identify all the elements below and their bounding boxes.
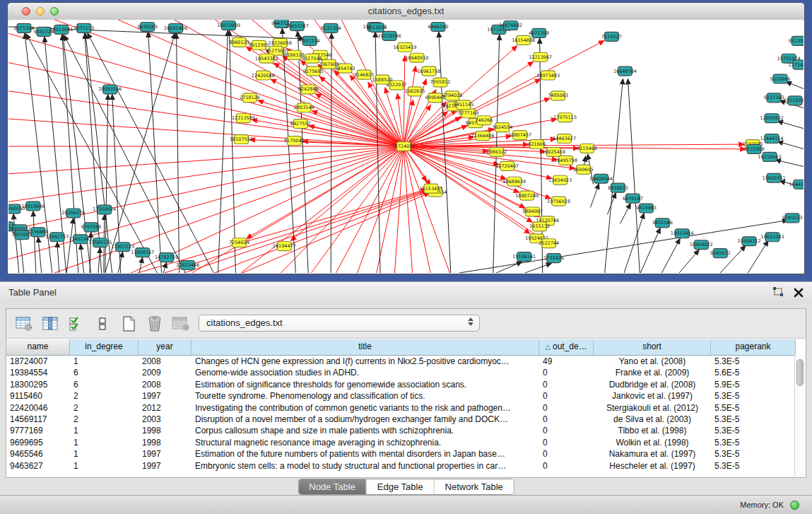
- select-column-icon[interactable]: [41, 315, 59, 333]
- table-row[interactable]: 946554611997Estimation of the future num…: [6, 448, 806, 460]
- table-cell[interactable]: 1: [70, 448, 139, 460]
- column-header-short[interactable]: short: [594, 339, 711, 355]
- tab-node-table[interactable]: Node Table: [298, 479, 367, 494]
- graph-node[interactable]: 4671398: [529, 28, 549, 37]
- graph-edge[interactable]: [404, 56, 405, 146]
- table-cell[interactable]: 2: [70, 402, 139, 414]
- graph-node[interactable]: 9175685: [303, 66, 324, 76]
- table-cell[interactable]: 1997: [139, 460, 192, 472]
- graph-node[interactable]: 9170041: [284, 136, 305, 146]
- graph-node[interactable]: 20206576: [61, 209, 85, 218]
- column-visibility-icon[interactable]: [67, 315, 86, 333]
- table-cell[interactable]: 9699695: [6, 437, 70, 448]
- table-cell[interactable]: Dudbridge et al. (2008): [594, 379, 711, 390]
- graph-node[interactable]: 2522744: [539, 239, 559, 248]
- table-cell[interactable]: 5.3E-5: [711, 414, 796, 425]
- table-cell[interactable]: Embryonic stem cells: a model to study s…: [192, 460, 539, 472]
- table-cell[interactable]: 6: [70, 379, 139, 390]
- graph-node[interactable]: 9245012: [710, 249, 731, 258]
- graph-node[interactable]: 10621043: [761, 233, 784, 242]
- graph-node[interactable]: 3915901: [12, 230, 33, 240]
- table-cell[interactable]: 5.3E-5: [711, 390, 796, 402]
- graph-node[interactable]: 7515527: [601, 32, 622, 41]
- graph-node[interactable]: 22420046: [252, 71, 275, 80]
- graph-edge[interactable]: [451, 220, 788, 273]
- graph-edge[interactable]: [88, 33, 215, 273]
- graph-node[interactable]: 9513954: [789, 36, 804, 45]
- graph-node[interactable]: 19756928: [547, 197, 570, 206]
- table-cell[interactable]: 1998: [139, 437, 192, 448]
- graph-node[interactable]: 8427552: [290, 119, 311, 129]
- graph-node[interactable]: 16961758: [417, 66, 440, 76]
- graph-edge[interactable]: [177, 33, 180, 273]
- graph-edge[interactable]: [229, 30, 235, 273]
- graph-node[interactable]: 18107554: [230, 135, 253, 144]
- graph-node[interactable]: 9884067: [522, 207, 543, 216]
- table-cell[interactable]: 0: [539, 390, 594, 402]
- graph-node[interactable]: 16325419: [394, 42, 417, 52]
- graph-node[interactable]: 2718126: [240, 93, 260, 103]
- table-cell[interactable]: Estimation of significance thresholds fo…: [192, 379, 539, 390]
- table-cell[interactable]: 1: [70, 425, 139, 436]
- close-panel-icon[interactable]: [794, 288, 804, 300]
- table-row[interactable]: 1938455462009Genome-wide association stu…: [6, 367, 806, 378]
- table-cell[interactable]: Disruption of a novel member of a sodium…: [192, 414, 539, 425]
- graph-node[interactable]: 20053346: [98, 85, 122, 94]
- graph-edge[interactable]: [138, 189, 427, 273]
- graph-node[interactable]: 10653287: [286, 21, 309, 30]
- table-cell[interactable]: 1: [70, 437, 139, 448]
- table-selector[interactable]: citations_edges.txt: [199, 315, 480, 332]
- graph-node[interactable]: 8960123: [229, 37, 249, 47]
- table-cell[interactable]: Estimation of the future numbers of pati…: [192, 448, 539, 460]
- graph-node[interactable]: 16154808: [512, 35, 535, 45]
- table-row[interactable]: 1456911722003Disruption of a novel membe…: [6, 414, 806, 425]
- table-cell[interactable]: 0: [539, 448, 594, 460]
- graph-node[interactable]: 6479197: [623, 194, 643, 203]
- close-window-button[interactable]: [22, 7, 30, 16]
- graph-node[interactable]: 18913456: [671, 229, 694, 238]
- table-cell[interactable]: 5.6E-5: [711, 367, 796, 378]
- graph-node[interactable]: 9451145: [453, 100, 473, 110]
- graph-node[interactable]: 9797588: [81, 223, 101, 232]
- graph-node[interactable]: 13958167: [131, 248, 154, 257]
- table-cell[interactable]: 0: [539, 402, 594, 414]
- table-cell[interactable]: 5.9E-5: [711, 379, 796, 390]
- graph-edge[interactable]: [98, 247, 100, 273]
- graph-node[interactable]: 7485063: [548, 91, 568, 100]
- table-cell[interactable]: Stergiakouli et al. (2012): [594, 402, 711, 414]
- table-row[interactable]: 946362711997Embryonic stem cells: a mode…: [6, 460, 806, 472]
- graph-node[interactable]: 621606: [528, 140, 546, 149]
- graph-node[interactable]: 1588520: [372, 75, 393, 84]
- graph-edge[interactable]: [404, 146, 746, 149]
- table-cell[interactable]: 1998: [139, 425, 192, 436]
- table-cell[interactable]: Genome-wide association studies in ADHD.: [192, 367, 539, 378]
- graph-node[interactable]: 8912955: [249, 40, 269, 49]
- table-cell[interactable]: Franke et al. (2009): [594, 367, 711, 378]
- graph-edge[interactable]: [777, 141, 804, 150]
- column-header-pagerank[interactable]: pagerank: [711, 339, 796, 355]
- graph-node[interactable]: 9227343: [764, 93, 784, 103]
- graph-node[interactable]: 12734450: [789, 60, 804, 69]
- table-row[interactable]: 977716911998Corpus callosum shape and si…: [6, 425, 806, 436]
- table-cell[interactable]: de Silva et al. (2003): [594, 414, 711, 425]
- graph-node[interactable]: 2986322: [486, 147, 507, 156]
- table-cell[interactable]: 9115460: [6, 390, 70, 402]
- graph-node[interactable]: 7857224: [300, 36, 320, 45]
- graph-node[interactable]: 1562615: [405, 87, 425, 96]
- graph-edge[interactable]: [361, 146, 404, 273]
- new-table-icon[interactable]: [119, 315, 138, 333]
- graph-edge[interactable]: [13, 214, 19, 273]
- column-header-title[interactable]: title: [192, 339, 539, 355]
- table-cell[interactable]: Tibbo et al. (1998): [594, 425, 711, 436]
- graph-node[interactable]: 9777169: [458, 109, 478, 118]
- graph-node[interactable]: 1615132: [529, 222, 550, 231]
- table-cell[interactable]: 5.5E-5: [711, 402, 796, 414]
- graph-node[interactable]: 16033809: [217, 21, 240, 30]
- graph-node[interactable]: 7254024: [229, 238, 249, 247]
- graph-node[interactable]: 2071304: [14, 23, 35, 33]
- table-cell[interactable]: 6: [70, 367, 139, 378]
- graph-node[interactable]: 9115460: [577, 144, 597, 153]
- column-header-out_de[interactable]: △out_de…: [539, 339, 594, 355]
- graph-edge[interactable]: [247, 146, 404, 238]
- graph-edge[interactable]: [105, 33, 175, 273]
